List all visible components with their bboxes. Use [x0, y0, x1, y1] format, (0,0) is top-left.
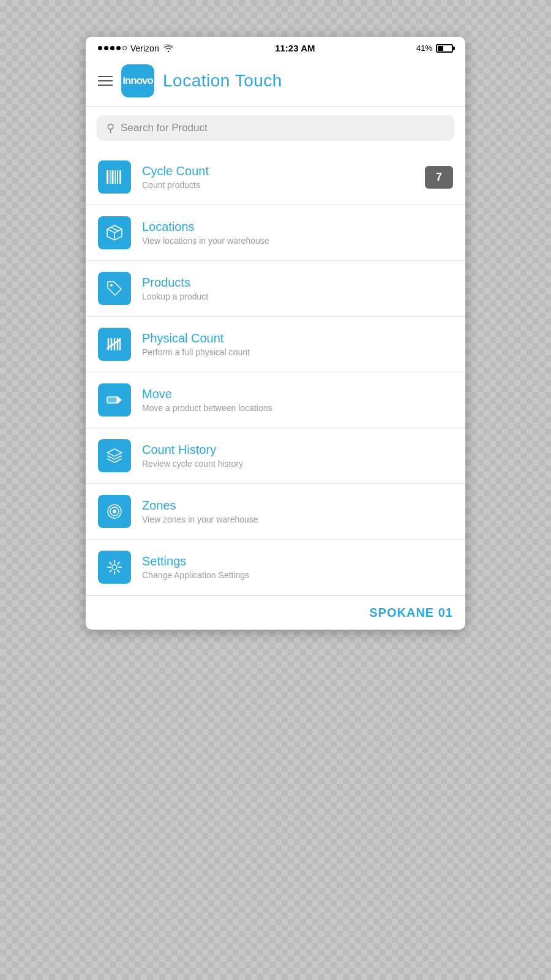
menu-title-cycle-count: Cycle Count — [142, 164, 425, 178]
menu-item-cycle-count[interactable]: Cycle Count Count products 7 — [86, 149, 465, 205]
search-icon: ⚲ — [107, 121, 114, 135]
menu-title-locations: Locations — [142, 220, 453, 234]
menu-subtitle-count-history: Review cycle count history — [142, 459, 453, 469]
menu-subtitle-settings: Change Application Settings — [142, 570, 453, 580]
menu-title-products: Products — [142, 276, 453, 290]
menu-title-zones: Zones — [142, 499, 453, 513]
menu-title-move: Move — [142, 387, 453, 401]
svg-rect-5 — [119, 170, 121, 184]
app-footer: SPOKANE 01 — [86, 595, 465, 630]
svg-point-18 — [113, 510, 116, 513]
box-icon — [98, 216, 131, 249]
svg-rect-0 — [107, 170, 108, 184]
battery-fill — [438, 46, 443, 51]
layers-icon — [98, 439, 131, 472]
menu-badge-cycle-count: 7 — [425, 166, 453, 189]
menu-subtitle-zones: View zones in your warehouse — [142, 514, 453, 524]
menu-subtitle-locations: View locations in your warehouse — [142, 236, 453, 246]
signal-dot-4 — [116, 46, 121, 50]
logo-text: innovo — [122, 75, 153, 87]
svg-rect-3 — [115, 170, 116, 184]
battery-percent: 41% — [416, 43, 432, 53]
app-logo: innovo — [121, 64, 154, 97]
carrier-label: Verizon — [130, 43, 159, 53]
svg-point-19 — [112, 565, 117, 570]
svg-rect-13 — [107, 397, 117, 403]
svg-rect-2 — [112, 170, 114, 184]
signal-dots — [98, 46, 127, 50]
menu-text-products: Products Lookup a product — [142, 276, 453, 301]
svg-rect-1 — [110, 170, 111, 184]
menu-item-products[interactable]: Products Lookup a product — [86, 261, 465, 317]
signal-dot-1 — [98, 46, 102, 50]
svg-rect-4 — [117, 170, 118, 184]
wifi-icon — [163, 44, 174, 53]
menu-text-physical-count: Physical Count Perform a full physical c… — [142, 331, 453, 357]
status-bar: Verizon 11:23 AM 41% — [86, 37, 465, 57]
phone-frame: Verizon 11:23 AM 41% innovo Location Tou… — [86, 37, 465, 630]
menu-text-settings: Settings Change Application Settings — [142, 554, 453, 580]
menu-item-locations[interactable]: Locations View locations in your warehou… — [86, 205, 465, 261]
menu-text-locations: Locations View locations in your warehou… — [142, 220, 453, 246]
hamburger-line-3 — [98, 85, 113, 86]
hamburger-line-2 — [98, 80, 113, 81]
status-left: Verizon — [98, 43, 174, 53]
menu-item-count-history[interactable]: Count History Review cycle count history — [86, 428, 465, 484]
search-placeholder-text: Search for Product — [121, 122, 208, 134]
arrow-icon — [98, 383, 131, 417]
menu-title-count-history: Count History — [142, 443, 453, 457]
status-time: 11:23 AM — [275, 43, 315, 53]
menu-subtitle-physical-count: Perform a full physical count — [142, 347, 453, 357]
search-bar[interactable]: ⚲ Search for Product — [97, 115, 454, 141]
menu-item-physical-count[interactable]: Physical Count Perform a full physical c… — [86, 317, 465, 372]
menu-text-zones: Zones View zones in your warehouse — [142, 499, 453, 524]
menu-item-move[interactable]: Move Move a product between locations — [86, 372, 465, 428]
hamburger-line-1 — [98, 76, 113, 77]
menu-item-zones[interactable]: Zones View zones in your warehouse — [86, 484, 465, 540]
menu-title-physical-count: Physical Count — [142, 331, 453, 345]
menu-text-count-history: Count History Review cycle count history — [142, 443, 453, 469]
tally-icon — [98, 328, 131, 361]
footer-location: SPOKANE 01 — [369, 606, 453, 619]
svg-marker-15 — [117, 396, 122, 404]
menu-list: Cycle Count Count products 7 Locations V… — [86, 149, 465, 595]
menu-title-settings: Settings — [142, 554, 453, 568]
menu-subtitle-cycle-count: Count products — [142, 180, 425, 190]
menu-item-settings[interactable]: Settings Change Application Settings — [86, 540, 465, 595]
status-right: 41% — [416, 43, 453, 53]
svg-point-6 — [110, 284, 113, 287]
menu-subtitle-products: Lookup a product — [142, 292, 453, 301]
signal-dot-5 — [122, 46, 127, 50]
tag-icon — [98, 272, 131, 305]
menu-text-move: Move Move a product between locations — [142, 387, 453, 413]
menu-subtitle-move: Move a product between locations — [142, 403, 453, 413]
gear-icon — [98, 551, 131, 584]
battery-icon — [436, 44, 453, 53]
hamburger-menu[interactable] — [98, 76, 113, 86]
app-title: Location Touch — [163, 71, 282, 91]
menu-text-cycle-count: Cycle Count Count products — [142, 164, 425, 190]
signal-dot-2 — [104, 46, 108, 50]
app-header: innovo Location Touch — [86, 57, 465, 107]
target-icon — [98, 495, 131, 528]
barcode-icon — [98, 160, 131, 194]
signal-dot-3 — [110, 46, 114, 50]
